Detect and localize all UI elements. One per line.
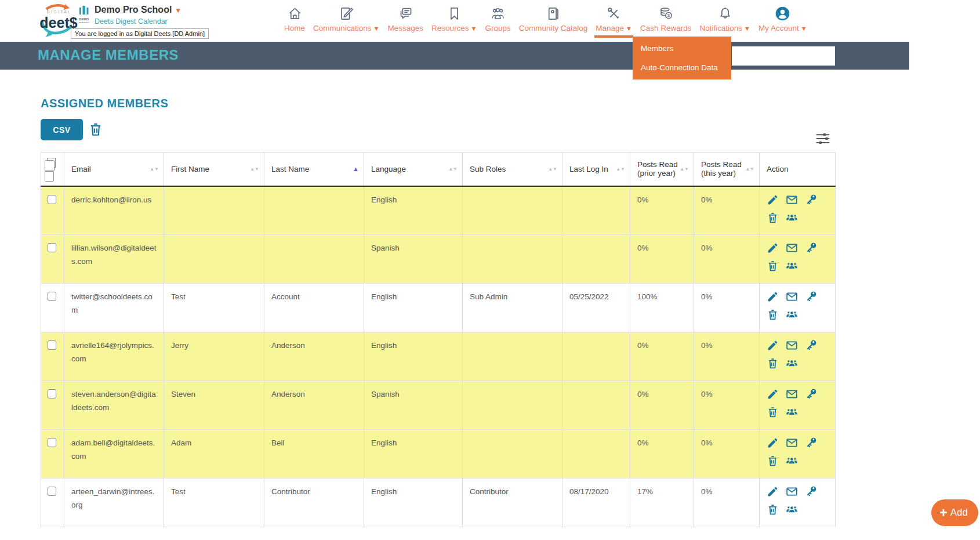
column-header-last-name[interactable]: Last Name ▲: [264, 153, 364, 186]
column-header-posts-read-prior[interactable]: Posts Read (prior year) ▲▼: [630, 153, 694, 186]
edit-icon[interactable]: [767, 388, 779, 400]
cell-action: [760, 430, 836, 479]
cell-last-name: Anderson: [264, 332, 364, 381]
nav-item-my-account[interactable]: My Account▼: [757, 3, 808, 34]
menu-item-members[interactable]: Members: [633, 39, 731, 58]
cell-sub-roles: [463, 381, 562, 430]
edit-icon[interactable]: [767, 194, 779, 206]
key-icon[interactable]: [805, 194, 817, 206]
cell-sub-roles: [463, 186, 562, 235]
sort-ascending-icon[interactable]: ▲: [353, 165, 359, 172]
row-select-cell: [41, 332, 64, 381]
add-member-button[interactable]: + Add: [931, 499, 978, 526]
sort-icon[interactable]: ▲▼: [548, 167, 557, 171]
delete-icon[interactable]: [767, 406, 779, 418]
search-input[interactable]: [732, 46, 835, 66]
email-icon[interactable]: [786, 291, 798, 303]
key-icon[interactable]: [805, 437, 817, 449]
sort-icon[interactable]: ▲▼: [616, 167, 625, 171]
edit-icon[interactable]: [767, 291, 779, 303]
chevron-down-icon: ▼: [373, 25, 380, 32]
row-checkbox[interactable]: [48, 292, 56, 301]
nav-item-groups[interactable]: Groups: [484, 3, 511, 34]
column-header-last-log-in[interactable]: Last Log In ▲▼: [562, 153, 630, 186]
page-title: MANAGE MEMBERS: [38, 47, 179, 63]
groups-icon[interactable]: [786, 309, 798, 321]
sort-icon[interactable]: ▲▼: [680, 167, 689, 171]
email-icon[interactable]: [786, 485, 798, 498]
delete-icon[interactable]: [767, 357, 779, 369]
column-header-first-name[interactable]: First Name ▲▼: [164, 153, 264, 186]
delete-icon[interactable]: [767, 212, 779, 224]
groups-icon[interactable]: [786, 406, 798, 418]
column-header-sub-roles[interactable]: Sub Roles ▲▼: [463, 153, 562, 186]
groups-icon[interactable]: [786, 503, 798, 516]
groups-icon[interactable]: [786, 357, 798, 369]
nav-item-messages[interactable]: Messages: [386, 3, 424, 34]
row-checkbox[interactable]: [48, 438, 56, 447]
email-icon[interactable]: [786, 388, 798, 400]
nav-item-communications[interactable]: Communications▼: [312, 3, 380, 34]
sort-icon[interactable]: ▲▼: [150, 167, 159, 171]
delete-icon[interactable]: [767, 503, 779, 516]
edit-icon[interactable]: [767, 242, 779, 254]
nav-item-community-catalog[interactable]: Community Catalog: [518, 3, 589, 34]
delete-icon[interactable]: [767, 309, 779, 321]
email-icon[interactable]: [786, 437, 798, 449]
select-page-checkbox[interactable]: [45, 171, 54, 182]
row-select-cell: [41, 381, 64, 430]
email-icon[interactable]: [786, 242, 798, 254]
messages-icon: [398, 3, 413, 23]
column-header-posts-read-this[interactable]: Posts Read (this year) ▲▼: [694, 153, 760, 186]
key-icon[interactable]: [805, 291, 817, 303]
groups-icon[interactable]: [786, 212, 798, 224]
delete-icon[interactable]: [767, 455, 779, 467]
sort-icon[interactable]: ▲▼: [745, 167, 754, 171]
cell-posts-read-prior: 100%: [630, 284, 694, 332]
column-header-action: Action: [760, 153, 836, 186]
email-icon[interactable]: [786, 194, 798, 206]
key-icon[interactable]: [805, 242, 817, 254]
column-header-language[interactable]: Language ▲▼: [364, 153, 463, 186]
key-icon[interactable]: [805, 485, 817, 498]
menu-item-auto-connection-data[interactable]: Auto-Connection Data: [633, 58, 731, 77]
edit-icon[interactable]: [767, 437, 779, 449]
cell-posts-read-prior: 0%: [630, 381, 694, 430]
edit-icon[interactable]: [767, 339, 779, 351]
row-checkbox[interactable]: [48, 243, 56, 252]
csv-export-button[interactable]: CSV: [41, 119, 83, 140]
email-icon[interactable]: [786, 339, 798, 351]
cell-last-log-in: 08/17/2020: [562, 479, 630, 527]
column-header-email[interactable]: Email ▲▼: [64, 153, 164, 186]
deets-digest-calendar-link[interactable]: Deets Digest Calendar: [95, 17, 168, 26]
row-checkbox[interactable]: [48, 487, 56, 496]
delete-icon[interactable]: [767, 260, 779, 272]
logged-in-status: You are logged in as Digital Deets [DD A…: [71, 28, 209, 39]
nav-item-home[interactable]: Home: [283, 3, 306, 34]
row-checkbox[interactable]: [48, 195, 56, 204]
key-icon[interactable]: [805, 339, 817, 351]
plus-icon: +: [939, 506, 947, 520]
nav-item-cash-rewards[interactable]: $ Cash Rewards: [639, 3, 693, 34]
select-all-pages-checkbox[interactable]: [47, 158, 56, 168]
row-checkbox[interactable]: [48, 340, 56, 350]
cell-language: English: [364, 284, 463, 332]
edit-icon[interactable]: [767, 485, 779, 498]
nav-item-resources[interactable]: Resources▼: [430, 3, 478, 34]
groups-icon[interactable]: [786, 260, 798, 272]
nav-item-manage[interactable]: Manage▼: [594, 3, 633, 34]
school-selector[interactable]: Demo Pro School▼: [95, 5, 182, 15]
column-filter-icon[interactable]: [814, 130, 832, 147]
groups-icon[interactable]: [786, 455, 798, 467]
manage-icon: [606, 3, 622, 23]
bulk-delete-icon[interactable]: [88, 122, 103, 137]
row-checkbox[interactable]: [48, 389, 56, 398]
cell-first-name: [164, 186, 264, 235]
cell-email: adam.bell@digitaldeets.com: [64, 430, 164, 479]
nav-item-notifications[interactable]: Notifications▼: [698, 3, 751, 34]
key-icon[interactable]: [805, 388, 817, 400]
table-row: twitter@schooldeets.com Test Account Eng…: [41, 284, 836, 332]
cell-posts-read-prior: 0%: [630, 430, 694, 479]
sort-icon[interactable]: ▲▼: [250, 167, 259, 171]
sort-icon[interactable]: ▲▼: [448, 167, 458, 171]
